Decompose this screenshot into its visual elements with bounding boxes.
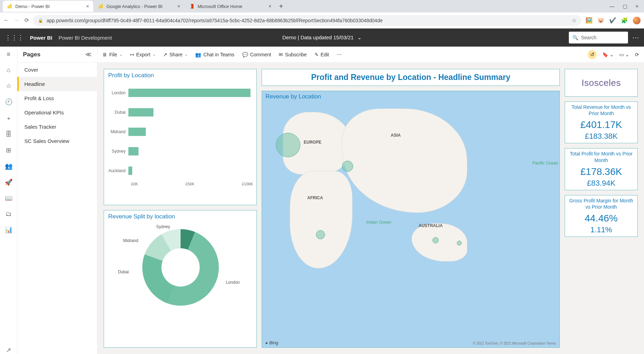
- reload-icon[interactable]: ⟳: [24, 17, 29, 24]
- brand-label[interactable]: Power BI: [30, 35, 52, 41]
- svg-rect-0: [8, 6, 9, 8]
- map-label: Pacific Ocean: [532, 161, 558, 166]
- map-bubble-dubai[interactable]: [342, 161, 353, 172]
- more-actions-icon[interactable]: ⋯: [337, 52, 342, 57]
- extension-icon[interactable]: 🖼️: [586, 17, 593, 24]
- more-options-icon[interactable]: ⋯: [632, 33, 639, 42]
- extensions-puzzle-icon[interactable]: 🧩: [621, 17, 628, 24]
- create-icon[interactable]: ＋: [6, 114, 12, 122]
- workspaces-icon[interactable]: 📖: [5, 194, 13, 202]
- pages-panel: Pages ≪ Cover Headline Profit & Loss Ope…: [17, 47, 97, 354]
- bar-chart-card[interactable]: Profit by Location London Dubai Midrand …: [104, 69, 257, 205]
- export-menu[interactable]: ↦Export⌄: [130, 52, 156, 57]
- deployment-icon[interactable]: 🗂: [6, 210, 12, 218]
- refresh-icon[interactable]: ⟳: [635, 52, 639, 57]
- map-bubble-midrand[interactable]: [316, 230, 325, 239]
- powerbi-icon: [7, 3, 13, 9]
- back-icon[interactable]: ←: [3, 17, 9, 24]
- app-launcher-icon[interactable]: ⋮⋮⋮: [5, 34, 24, 41]
- kpi-revenue-card[interactable]: Total Revenue for Month vs Prior Month £…: [565, 102, 638, 143]
- reset-button[interactable]: ↺: [588, 50, 597, 59]
- bar-label: Midrand: [108, 129, 128, 134]
- brand-logo: Isosceles: [582, 78, 621, 88]
- powerbi-icon: [98, 3, 104, 9]
- home-icon[interactable]: ⌂: [7, 66, 10, 74]
- map-label: EUROPE: [304, 140, 321, 145]
- bar-label: Auckland: [108, 168, 128, 173]
- forward-icon[interactable]: →: [14, 17, 19, 24]
- bookmark-icon[interactable]: 🔖 ⌄: [602, 52, 614, 57]
- chevron-down-icon: ⌄: [184, 52, 188, 57]
- search-icon: 🔍: [572, 35, 578, 40]
- browser-tab-active[interactable]: Demo - Power BI ×: [3, 1, 93, 12]
- map-bubble-sydney[interactable]: [432, 237, 439, 243]
- comment-button[interactable]: 💬Comment: [242, 52, 271, 57]
- search-box[interactable]: 🔍 Search: [569, 32, 628, 43]
- mail-icon: ✉: [279, 52, 283, 57]
- view-mode-icon[interactable]: ▭ ⌄: [619, 52, 629, 57]
- kpi-value-big: 44.46%: [566, 213, 636, 224]
- bar-label: Dubai: [108, 110, 128, 115]
- browser-tab[interactable]: Google Analytics - Power BI ×: [94, 1, 184, 12]
- menu-icon[interactable]: ≡: [7, 51, 10, 58]
- svg-rect-5: [102, 4, 103, 8]
- kpi-profit-card[interactable]: Total Profit for Month vs Prior Month £1…: [565, 148, 638, 190]
- collapse-panel-icon[interactable]: ≪: [85, 51, 92, 58]
- search-placeholder: Search: [581, 35, 596, 40]
- file-menu[interactable]: 🗎File⌄: [102, 52, 122, 57]
- map-card[interactable]: EUROPE AFRICA ASIA AUSTRALIA Indian Ocea…: [262, 91, 560, 348]
- favorites-icon[interactable]: ☆: [6, 82, 11, 90]
- browser-tab[interactable]: Microsoft Office Home ×: [185, 1, 276, 12]
- apps-icon[interactable]: ⊞: [6, 146, 11, 154]
- page-item-sales-tracker[interactable]: Sales Tracker: [17, 120, 97, 134]
- star-icon[interactable]: ☆: [572, 17, 577, 24]
- report-area: 🗎File⌄ ↦Export⌄ ↗Share⌄ 👥Chat in Teams 💬…: [97, 47, 644, 354]
- chevron-down-icon: ⌄: [152, 52, 156, 57]
- edit-button[interactable]: ✎Edit: [315, 52, 329, 57]
- teams-icon: 👥: [195, 52, 201, 57]
- page-item-pl[interactable]: Profit & Loss: [17, 91, 97, 105]
- bar-label: Sydney: [108, 149, 128, 154]
- page-item-headline[interactable]: Headline: [17, 77, 97, 91]
- extension-icon[interactable]: 🐷: [597, 17, 604, 24]
- map-bubble-auckland[interactable]: [457, 241, 462, 246]
- workspace-name[interactable]: Power BI Development: [58, 35, 112, 41]
- brand-logo-card: Isosceles: [565, 69, 638, 97]
- profile-avatar[interactable]: [633, 17, 641, 24]
- donut-chart-card[interactable]: Revenue Split by location London Dubai M…: [104, 210, 257, 348]
- subscribe-button[interactable]: ✉Subscribe: [279, 52, 307, 57]
- address-bar[interactable]: 🔒 app.powerbi.com/groups/df4ff795-0c49-4…: [33, 15, 581, 26]
- comment-icon: 💬: [242, 52, 248, 57]
- bar-chart-axis: £0K £50K £100K: [104, 180, 256, 187]
- get-data-icon[interactable]: ↗: [6, 346, 11, 354]
- close-icon[interactable]: ×: [86, 3, 89, 9]
- extension-icon[interactable]: ✔️: [609, 17, 616, 24]
- map-label: ASIA: [391, 133, 401, 138]
- my-workspace-icon[interactable]: 📊: [5, 226, 13, 234]
- maximize-icon[interactable]: ▢: [623, 3, 627, 9]
- close-icon[interactable]: ×: [177, 3, 180, 9]
- donut-chart: [142, 229, 219, 306]
- recent-icon[interactable]: 🕘: [5, 98, 13, 106]
- minimize-icon[interactable]: —: [610, 3, 614, 9]
- page-item-sc-sales[interactable]: SC Sales Overview: [17, 134, 97, 148]
- bar-chart-title: Profit by Location: [104, 69, 256, 82]
- datasets-icon[interactable]: 🗄: [6, 131, 12, 138]
- browser-tab-strip: Demo - Power BI × Google Analytics - Pow…: [0, 0, 644, 13]
- map-bubble-london[interactable]: [276, 133, 300, 157]
- learn-icon[interactable]: 🚀: [5, 178, 13, 186]
- map-background: EUROPE AFRICA ASIA AUSTRALIA Indian Ocea…: [262, 91, 559, 347]
- kpi-value-small: £83.94K: [566, 179, 636, 188]
- page-item-cover[interactable]: Cover: [17, 63, 97, 77]
- report-title-center[interactable]: Demo | Data updated 15/03/21 ⌄: [282, 34, 361, 41]
- shared-icon[interactable]: 👥: [5, 162, 13, 170]
- close-window-icon[interactable]: ×: [636, 3, 638, 9]
- new-tab-button[interactable]: +: [276, 2, 286, 10]
- page-item-kpis[interactable]: Operational KPIs: [17, 105, 97, 120]
- chat-teams-button[interactable]: 👥Chat in Teams: [195, 52, 234, 57]
- chevron-down-icon[interactable]: ⌄: [357, 34, 362, 40]
- kpi-margin-card[interactable]: Gross Profit Margin for Month vs Prior M…: [565, 195, 638, 237]
- close-icon[interactable]: ×: [269, 3, 271, 9]
- headline-title-card: Profit and Revenue by Location - Headlin…: [262, 69, 560, 86]
- share-menu[interactable]: ↗Share⌄: [163, 52, 188, 57]
